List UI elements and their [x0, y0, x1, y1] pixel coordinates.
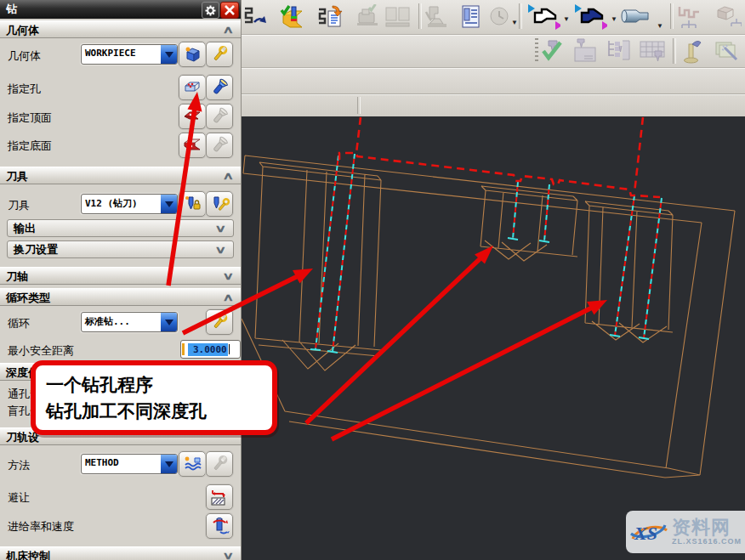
toolbar-separator [670, 3, 674, 29]
mill-tool-white-icon[interactable] [525, 3, 560, 31]
new-geometry-icon [183, 45, 202, 64]
dropdown-arrow-icon[interactable] [161, 45, 177, 64]
edit-method-button[interactable] [206, 451, 233, 477]
mill-tool-blue-dropdown[interactable]: ▼ [611, 15, 617, 23]
collapse-chevron-icon[interactable]: ∧ [223, 289, 235, 307]
expand-chevron-icon[interactable]: ∨ [215, 220, 227, 237]
specify-holes-label: 指定孔 [8, 82, 41, 97]
collapse-chevron-icon[interactable]: ∧ [223, 21, 235, 39]
geometry-dropdown-value: WORKPIECE [85, 48, 136, 59]
shop-doc-icon[interactable] [456, 3, 485, 31]
output-subsection[interactable]: 输出 ∨ [7, 219, 234, 237]
mill-tool-white-dropdown[interactable]: ▼ [563, 15, 570, 23]
pocket-right [585, 201, 673, 342]
method-dropdown[interactable]: METHOD [81, 454, 178, 474]
edit-geometry-button[interactable] [206, 42, 233, 67]
dropdown-arrow-icon[interactable] [161, 313, 177, 331]
watermark: XS 资料网 ZL.XS1616.COM [626, 511, 745, 553]
cycle-dropdown[interactable]: 标准钻... [81, 312, 178, 332]
dropdown-arrow-icon[interactable] [161, 195, 177, 213]
toolbar-grip[interactable] [535, 38, 538, 64]
wireframe-model [242, 116, 745, 560]
field-handle[interactable] [182, 343, 185, 355]
callout-line2: 钻孔加工不同深度孔 [46, 399, 267, 425]
tree-tool-icon[interactable] [604, 37, 633, 65]
section-tool[interactable]: 刀具 ∧ [0, 167, 241, 184]
feeds-speeds-label: 进给率和速度 [8, 519, 74, 535]
min-clearance-field[interactable]: 3.0000 [180, 340, 241, 359]
wrench-icon [210, 313, 229, 331]
avoidance-label: 避让 [8, 490, 30, 506]
clock-dropdown-arrow[interactable]: ▼ [511, 19, 518, 26]
turn-tool-icon[interactable] [619, 3, 653, 31]
sheet-tool-icon[interactable] [571, 37, 600, 65]
watermark-logo-icon: XS [626, 515, 670, 549]
section-machine-control[interactable]: 机床控制 ∨ [0, 546, 241, 560]
output-label: 输出 [14, 222, 36, 235]
bottom-face-icon [183, 137, 202, 154]
edit-undo-icon[interactable] [241, 3, 270, 31]
check-tool-icon[interactable] [539, 37, 568, 65]
turn-tool-dropdown[interactable]: ▼ [657, 22, 663, 30]
graphics-viewport[interactable] [242, 116, 745, 560]
generate-toolpath-icon[interactable] [279, 3, 308, 31]
rapid-toolpath [339, 117, 660, 197]
dropdown-arrow-icon[interactable] [161, 455, 177, 473]
select-holes-icon [183, 79, 202, 96]
tool-dropdown-value: V12 (钻刀) [85, 197, 138, 210]
list-docs-grey-icon[interactable] [383, 3, 412, 31]
verify-grey-icon[interactable] [353, 3, 382, 31]
machine-grey-icon[interactable] [423, 3, 452, 31]
section-geometry[interactable]: 几何体 ∧ [0, 20, 241, 38]
geometry-dropdown[interactable]: WORKPIECE [81, 44, 178, 65]
drill-dialog: 钻 几何体 ∧ 几何体 WORKPIECE 指定孔 指定顶面 [0, 0, 242, 560]
display-top-face-button[interactable] [206, 104, 233, 129]
layers-wand-icon[interactable] [713, 37, 742, 65]
expand-chevron-icon[interactable]: ∨ [223, 268, 235, 286]
dialog-close-button[interactable] [220, 2, 239, 19]
edit-cycle-button[interactable] [206, 309, 233, 335]
toolbar-separator [357, 97, 361, 114]
expand-chevron-icon[interactable]: ∨ [215, 241, 227, 258]
table-tool-icon[interactable] [638, 37, 667, 65]
dialog-settings-button[interactable] [202, 2, 219, 19]
new-tool-button[interactable] [179, 191, 206, 217]
assembly-grey-icon[interactable] [713, 3, 742, 31]
flashlight-grey-icon [210, 107, 229, 126]
expand-chevron-icon[interactable]: ∨ [223, 547, 235, 560]
select-top-face-button[interactable] [179, 104, 206, 129]
top-face-icon [183, 108, 202, 125]
new-method-button[interactable] [179, 451, 206, 477]
drill-centerlines [310, 154, 662, 353]
callout-line1: 一个钻孔程序 [46, 372, 267, 399]
section-cycle-type-label: 循环类型 [6, 291, 50, 304]
clock-grey-icon[interactable] [485, 3, 514, 31]
section-cycle-type[interactable]: 循环类型 ∧ [0, 288, 241, 306]
section-geometry-label: 几何体 [6, 24, 39, 37]
lever-icon[interactable] [679, 37, 708, 65]
watermark-brand: 资料网 [672, 518, 742, 537]
edit-tool-button[interactable] [206, 191, 233, 217]
avoidance-button[interactable] [206, 484, 233, 510]
annotation-callout: 一个钻孔程序 钻孔加工不同深度孔 [31, 360, 277, 435]
display-holes-button[interactable] [206, 75, 233, 100]
display-bottom-face-button[interactable] [206, 133, 233, 158]
select-bottom-face-button[interactable] [179, 133, 206, 158]
section-tool-axis[interactable]: 刀轴 ∨ [0, 267, 241, 285]
section-machine-control-label: 机床控制 [6, 550, 50, 560]
toolbar-separator [418, 3, 422, 29]
mill-tool-blue-icon[interactable] [572, 3, 607, 31]
tool-dropdown[interactable]: V12 (钻刀) [81, 194, 178, 214]
path-grey-icon[interactable] [675, 3, 704, 31]
gear-icon [205, 5, 216, 16]
section-path-settings-label: 刀轨设 [6, 431, 39, 444]
tool-change-label: 换刀设置 [14, 243, 58, 256]
select-holes-button[interactable] [179, 75, 206, 100]
feeds-speeds-button[interactable] [206, 513, 233, 539]
collapse-chevron-icon[interactable]: ∧ [223, 167, 235, 185]
watermark-url: ZL.XS1616.COM [672, 537, 742, 546]
method-label: 方法 [8, 458, 30, 473]
tool-change-subsection[interactable]: 换刀设置 ∨ [7, 240, 234, 258]
postprocess-icon[interactable] [316, 3, 345, 31]
new-geometry-button[interactable] [179, 42, 206, 67]
